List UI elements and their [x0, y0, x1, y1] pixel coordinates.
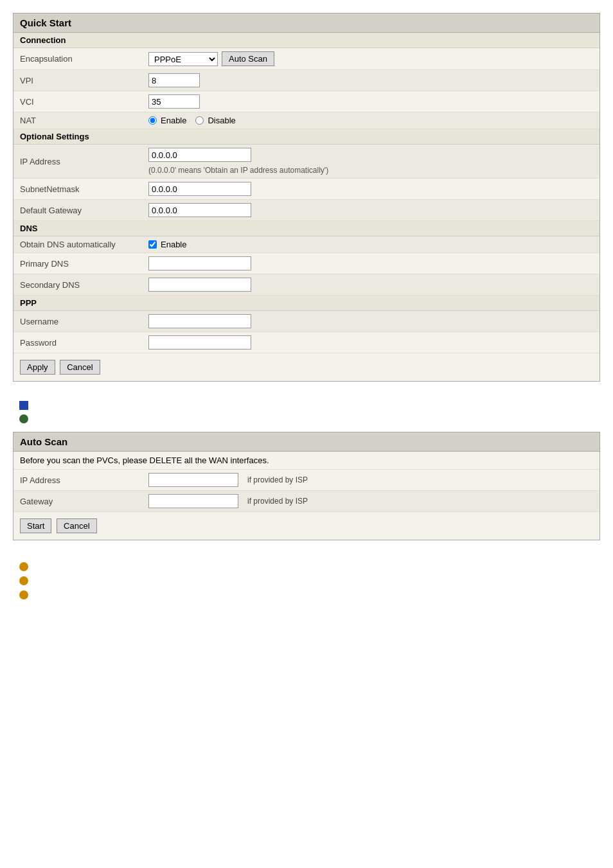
- nat-disable-radio[interactable]: [195, 116, 204, 125]
- password-row: Password: [13, 332, 600, 353]
- autoscan-button[interactable]: Auto Scan: [222, 51, 274, 66]
- subnet-netmask-row: SubnetNetmask: [13, 179, 600, 200]
- start-button[interactable]: Start: [20, 518, 51, 533]
- ip-address-label: IP Address: [20, 157, 148, 166]
- password-label: Password: [20, 338, 148, 348]
- autoscan-cancel-button[interactable]: Cancel: [57, 518, 96, 533]
- password-input[interactable]: [148, 335, 251, 350]
- vci-row: VCI: [13, 91, 600, 112]
- primary-dns-label: Primary DNS: [20, 259, 148, 269]
- indicator-square-row: [13, 397, 600, 413]
- autoscan-buttons: Start Cancel: [13, 512, 600, 540]
- username-input[interactable]: [148, 314, 251, 328]
- encapsulation-label: Encapsulation: [20, 54, 148, 64]
- encapsulation-value: PPPoE PPPoA 1483 Bridged 1483 Routed Aut…: [148, 51, 593, 66]
- default-gateway-label: Default Gateway: [20, 206, 148, 215]
- nat-enable-radio[interactable]: [148, 116, 157, 125]
- circle-icon-1: [19, 414, 28, 423]
- vci-input[interactable]: [148, 94, 200, 109]
- vci-label: VCI: [20, 97, 148, 107]
- apply-button[interactable]: Apply: [20, 360, 55, 375]
- ip-address-note: (0.0.0.0' means 'Obtain an IP address au…: [148, 166, 328, 175]
- dns-header: DNS: [13, 221, 600, 236]
- circle-icon-2: [19, 562, 28, 571]
- autoscan-description: Before you scan the PVCs, please DELETE …: [13, 452, 600, 470]
- circle-icon-4: [19, 590, 28, 599]
- autoscan-panel: Auto Scan Before you scan the PVCs, plea…: [13, 432, 600, 540]
- ip-address-input[interactable]: [148, 148, 251, 162]
- vpi-input[interactable]: [148, 73, 200, 87]
- vpi-label: VPI: [20, 76, 148, 85]
- default-gateway-row: Default Gateway: [13, 200, 600, 221]
- username-label: Username: [20, 317, 148, 326]
- bottom-indicators: [13, 556, 600, 601]
- autoscan-ip-label: IP Address: [20, 475, 148, 485]
- ip-address-row: IP Address (0.0.0.0' means 'Obtain an IP…: [13, 145, 600, 179]
- nat-row: NAT Enable Disable: [13, 112, 600, 129]
- subnet-netmask-label: SubnetNetmask: [20, 184, 148, 194]
- primary-dns-input[interactable]: [148, 256, 251, 270]
- primary-dns-row: Primary DNS: [13, 253, 600, 274]
- vci-value: [148, 94, 593, 109]
- secondary-dns-label: Secondary DNS: [20, 280, 148, 290]
- optional-settings-header: Optional Settings: [13, 129, 600, 145]
- quickstart-panel: Quick Start Connection Encapsulation PPP…: [13, 13, 600, 382]
- autoscan-title: Auto Scan: [13, 432, 600, 452]
- autoscan-ip-row: IP Address if provided by ISP: [13, 470, 600, 491]
- circle-icon-3: [19, 576, 28, 585]
- square-icon: [19, 401, 28, 410]
- autoscan-ip-note: if provided by ISP: [247, 475, 308, 484]
- obtain-dns-row: Obtain DNS automatically Enable: [13, 236, 600, 253]
- secondary-dns-row: Secondary DNS: [13, 274, 600, 296]
- obtain-dns-checkbox-label[interactable]: Enable: [161, 240, 186, 249]
- nat-value: Enable Disable: [148, 116, 593, 125]
- connection-header: Connection: [13, 33, 600, 48]
- obtain-dns-checkbox[interactable]: [148, 240, 157, 249]
- indicator-circle-row: [13, 413, 600, 432]
- username-row: Username: [13, 311, 600, 332]
- subnet-netmask-input[interactable]: [148, 182, 251, 196]
- autoscan-ip-input[interactable]: [148, 473, 238, 487]
- vpi-value: [148, 73, 593, 87]
- nat-enable-label[interactable]: Enable: [161, 116, 186, 125]
- encapsulation-row: Encapsulation PPPoE PPPoA 1483 Bridged 1…: [13, 48, 600, 70]
- quickstart-buttons: Apply Cancel: [13, 353, 600, 381]
- ppp-header: PPP: [13, 296, 600, 311]
- autoscan-gateway-row: Gateway if provided by ISP: [13, 491, 600, 512]
- autoscan-gateway-label: Gateway: [20, 497, 148, 506]
- autoscan-gateway-note: if provided by ISP: [247, 497, 308, 506]
- secondary-dns-input[interactable]: [148, 278, 251, 292]
- obtain-dns-label: Obtain DNS automatically: [20, 240, 148, 249]
- cancel-button[interactable]: Cancel: [60, 360, 100, 375]
- nat-label: NAT: [20, 116, 148, 125]
- autoscan-gateway-input[interactable]: [148, 494, 238, 508]
- quickstart-title: Quick Start: [13, 13, 600, 33]
- vpi-row: VPI: [13, 70, 600, 91]
- default-gateway-input[interactable]: [148, 203, 251, 217]
- encapsulation-select[interactable]: PPPoE PPPoA 1483 Bridged 1483 Routed: [148, 52, 218, 66]
- nat-disable-label[interactable]: Disable: [208, 116, 235, 125]
